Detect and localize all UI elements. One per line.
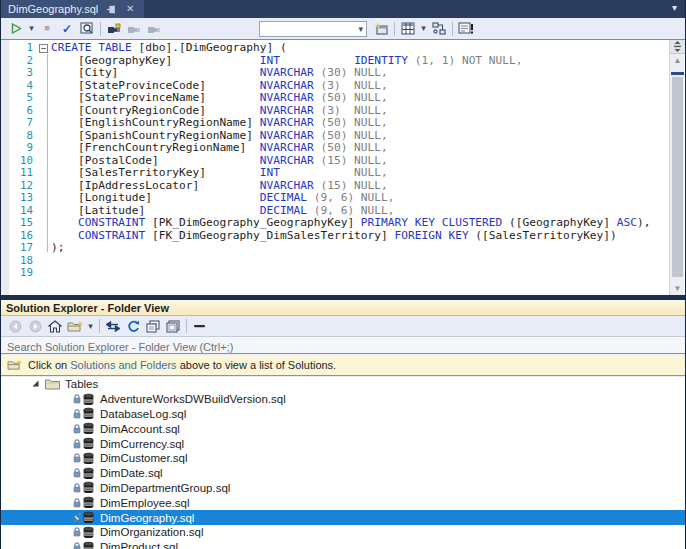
- fold-column: [39, 80, 51, 93]
- tree-item-label: DimDepartmentGroup.sql: [100, 482, 230, 494]
- folder-view-icon[interactable]: [65, 317, 85, 335]
- stop-button[interactable]: ■: [37, 20, 57, 38]
- notice-text: Click on Solutions and Folders above to …: [28, 359, 336, 371]
- lock-badge-icon: [73, 453, 81, 463]
- back-icon[interactable]: [5, 317, 25, 335]
- lock-badge-icon: [73, 409, 81, 419]
- line-number: 17: [1, 242, 39, 255]
- fold-column: [39, 155, 51, 168]
- tree-item[interactable]: DimCustomer.sql: [1, 451, 685, 466]
- solution-explorer-tree[interactable]: TablesAdventureWorksDWBuildVersion.sqlDa…: [1, 377, 685, 549]
- new-connection-icon[interactable]: [371, 20, 391, 38]
- solution-explorer-title-text: Solution Explorer - Folder View: [6, 302, 169, 314]
- parse-button[interactable]: ✓: [57, 20, 77, 38]
- tree-item[interactable]: DatabaseLog.sql: [1, 407, 685, 422]
- code-line: 18: [1, 255, 685, 268]
- solutions-and-folders-link[interactable]: Solutions and Folders: [70, 359, 176, 371]
- code-lines: 1−CREATE TABLE [dbo].[DimGeography] (2 […: [1, 42, 685, 280]
- fold-column: [39, 67, 51, 80]
- collapse-all-icon[interactable]: [143, 317, 163, 335]
- code-text: );: [51, 242, 685, 255]
- lock-badge-icon: [73, 439, 81, 449]
- refresh-icon[interactable]: [123, 317, 143, 335]
- fold-column: [39, 192, 51, 205]
- execute-options-caret-icon[interactable]: ▾: [26, 20, 37, 38]
- search-input[interactable]: [1, 339, 685, 355]
- estimated-plan-icon[interactable]: [429, 20, 449, 38]
- line-number: 7: [1, 117, 39, 130]
- document-tab[interactable]: DimGeography.sql ✕: [1, 0, 144, 18]
- pin-toolbar-icon[interactable]: [190, 317, 210, 335]
- tree-item[interactable]: DimDepartmentGroup.sql: [1, 481, 685, 496]
- line-number: 4: [1, 80, 39, 93]
- tree-item-label: DimEmployee.sql: [100, 497, 189, 509]
- tab-strip-empty: [144, 0, 672, 18]
- results-grid-icon[interactable]: [398, 20, 418, 38]
- table-file-icon: [82, 526, 95, 539]
- scroll-down-icon[interactable]: ▼: [670, 282, 685, 295]
- expand-collapse-icon[interactable]: [31, 379, 41, 389]
- tree-item[interactable]: DimEmployee.sql: [1, 495, 685, 510]
- tree-item[interactable]: DimCurrency.sql: [1, 436, 685, 451]
- scrollbar-thumb[interactable]: [672, 77, 683, 277]
- tree-item[interactable]: DimProduct.sql: [1, 540, 685, 549]
- tree-item-label: DimCustomer.sql: [100, 452, 188, 464]
- pin-icon[interactable]: [105, 3, 117, 15]
- fold-column: −: [39, 42, 51, 55]
- solutions-notice-bar: Click on Solutions and Folders above to …: [1, 355, 685, 376]
- tree-item[interactable]: DimGeography.sql: [1, 510, 685, 525]
- table-file-icon: [82, 541, 95, 549]
- fold-column: [39, 55, 51, 68]
- folder-icon: [45, 378, 60, 390]
- sync-with-active-document-icon[interactable]: [103, 317, 123, 335]
- code-editor[interactable]: 1−CREATE TABLE [dbo].[DimGeography] (2 […: [1, 40, 685, 295]
- fold-column: [39, 180, 51, 193]
- code-line: 19: [1, 267, 685, 280]
- lock-badge-icon: [73, 527, 81, 537]
- tree-item[interactable]: DimOrganization.sql: [1, 525, 685, 540]
- line-number: 9: [1, 142, 39, 155]
- fold-column: [39, 167, 51, 180]
- tree-folder-label: Tables: [65, 378, 98, 390]
- vertical-scrollbar[interactable]: ▲ ▼: [669, 40, 684, 295]
- analyze-icon[interactable]: [77, 20, 97, 38]
- solution-explorer-toolbar: ▾: [1, 316, 685, 336]
- fold-column: [39, 205, 51, 218]
- home-icon[interactable]: [45, 317, 65, 335]
- folder-view-caret-icon[interactable]: ▾: [85, 317, 96, 335]
- tree-item[interactable]: AdventureWorksDWBuildVersion.sql: [1, 392, 685, 407]
- table-file-icon: [82, 437, 95, 450]
- lock-badge-icon: [73, 542, 81, 549]
- scrollbar-caret-marker: [671, 72, 684, 75]
- lock-badge-icon: [73, 394, 81, 404]
- tree-item[interactable]: DimAccount.sql: [1, 421, 685, 436]
- tree-item[interactable]: DimDate.sql: [1, 466, 685, 481]
- fold-scope-line: [47, 54, 48, 252]
- close-icon[interactable]: ✕: [124, 3, 136, 15]
- scroll-up-icon[interactable]: ▲: [670, 54, 685, 67]
- fold-collapse-icon[interactable]: −: [39, 44, 48, 53]
- tree-folder-tables[interactable]: Tables: [1, 377, 685, 392]
- table-file-icon: [82, 481, 95, 494]
- table-file-icon: [82, 467, 95, 480]
- code-line: 16 CONSTRAINT [FK_DimGeography_DimSalesT…: [1, 230, 685, 243]
- change-connection-icon[interactable]: [144, 20, 164, 38]
- splitter-handle-icon[interactable]: [670, 40, 685, 54]
- fold-column: [39, 142, 51, 155]
- database-combo[interactable]: ▾: [259, 21, 367, 37]
- forward-icon[interactable]: [25, 317, 45, 335]
- document-tab-strip: DimGeography.sql ✕ ▾: [1, 0, 685, 18]
- intellisense-enabled-icon[interactable]: [456, 20, 476, 38]
- execute-button[interactable]: [6, 20, 26, 38]
- preview-selected-items-icon[interactable]: [163, 317, 183, 335]
- connect-icon[interactable]: [104, 20, 124, 38]
- code-line: 17);: [1, 242, 685, 255]
- tree-item-label: AdventureWorksDWBuildVersion.sql: [100, 393, 286, 405]
- disconnect-icon[interactable]: [124, 20, 144, 38]
- tree-item-label: DimCurrency.sql: [100, 438, 184, 450]
- solution-explorer-search[interactable]: [1, 336, 685, 354]
- document-list-chevron-icon[interactable]: ▾: [672, 0, 685, 18]
- editor-toolbar: ▾ ■ ✓ ▾ ▾: [1, 18, 685, 40]
- results-grid-caret-icon[interactable]: ▾: [418, 20, 429, 38]
- solution-explorer-title[interactable]: Solution Explorer - Folder View: [1, 300, 685, 316]
